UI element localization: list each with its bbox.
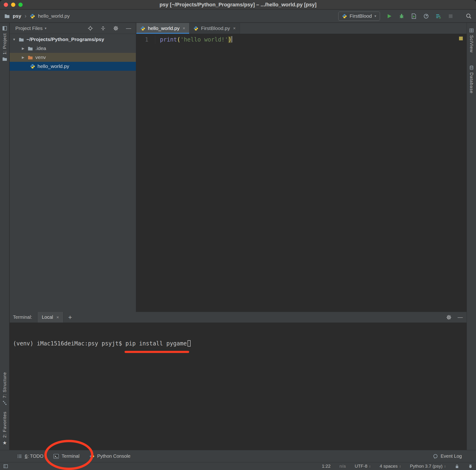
breadcrumb: psy › hello_world.py [4,13,69,19]
project-tool-window: Project Files ▾ — ▼ [10,23,136,312]
run-toolbar: FirstBlood ▾ [338,12,472,21]
project-tree: ▼ ~/Projects/Python_Programs/psy ▶ .idea… [10,34,136,71]
lock-icon[interactable] [455,464,459,469]
updown-icon: ↕ [399,464,401,468]
tree-item-hello-world-file[interactable]: hello_world.py [10,62,136,71]
event-log-icon [433,454,438,459]
hide-terminal-icon[interactable]: — [458,315,463,320]
hide-panel-icon[interactable]: — [126,26,131,31]
project-view-mode-label: Project Files [15,25,43,31]
event-log-label: Event Log [441,453,462,459]
expand-arrow-icon[interactable]: ▶ [21,55,25,59]
terminal-tool-window: Terminal: Local × + — (venv) iMac1516dei… [10,312,467,450]
gear-icon[interactable] [113,26,119,31]
expand-arrow-icon[interactable]: ▶ [21,47,25,50]
close-tab-icon[interactable]: × [183,26,185,31]
editor-tab-hello-world[interactable]: hello_world.py × [136,23,189,34]
terminal-panel-title: Terminal: [13,314,32,320]
run-button[interactable] [386,13,392,19]
favorites-toolwindow-stripe-button[interactable]: 2: Favorites ★ [0,412,9,446]
line-number: 1 [145,36,148,43]
event-log-toolwindow-button[interactable]: Event Log [433,453,462,459]
debug-bug-button[interactable] [399,13,405,19]
titlebar: psy [~/Projects/Python_Programs/psy] – .… [0,0,476,9]
python-icon [89,454,95,459]
terminal-icon [53,453,59,459]
database-icon [469,65,474,70]
structure-toolwindow-stripe-button[interactable]: 7: Structure [0,372,9,405]
code-token-string: 'hello world!' [180,36,228,43]
tree-item-venv-folder[interactable]: ▶ venv [10,53,136,62]
encoding-widget[interactable]: UTF-8↕ [355,464,371,469]
python-console-label: Python Console [97,453,130,459]
breadcrumb-project[interactable]: psy [13,13,21,19]
stop-button [448,13,454,19]
run-configuration-selector[interactable]: FirstBlood ▾ [338,12,380,21]
project-panel-toolbar: — [88,26,132,31]
code-token-close-paren: ) [228,36,231,43]
caret-position-widget[interactable]: 1:22 [322,464,330,469]
editor-tab-firstblood[interactable]: FirstBlood.py × [189,23,240,34]
excluded-folder-icon [28,55,33,60]
editor-tab-bar: hello_world.py × FirstBlood.py × [136,23,467,34]
close-tab-icon[interactable]: × [233,26,236,31]
code-line: print('hello world!') [155,35,232,44]
collapse-arrow-icon[interactable]: ▼ [12,37,16,41]
pycharm-window: psy [~/Projects/Python_Programs/psy] – .… [0,0,476,470]
collapse-all-icon[interactable] [101,26,106,31]
right-tool-strip: SciView Database [467,23,476,450]
annotation-underline [124,351,189,353]
editor-tab-label: hello_world.py [148,25,180,31]
minimize-window-button[interactable] [11,3,15,7]
breadcrumb-file[interactable]: hello_world.py [38,13,69,19]
concurrency-diagram-button[interactable] [435,13,441,19]
tree-item-label: ~/Projects/Python_Programs/psy [26,36,104,42]
project-stripe-label: 1: Project [2,33,7,54]
tree-item-project-root[interactable]: ▼ ~/Projects/Python_Programs/psy [10,35,136,44]
highlighting-level-widget[interactable]: n/a [340,464,346,469]
code-editor[interactable]: 1 print('hello world!') [136,34,467,44]
tool-window-bar: 6: TODO Terminal Python Console Event Lo… [0,450,476,462]
terminal-command: pip install pygame [125,340,187,347]
inspections-monitor-icon[interactable] [468,464,473,469]
terminal-toolwindow-button[interactable]: Terminal [53,453,80,459]
tree-item-idea-folder[interactable]: ▶ .idea [10,44,136,53]
editor-area: hello_world.py × FirstBlood.py × 1 print… [136,23,467,312]
locate-file-icon[interactable] [88,26,93,31]
run-with-coverage-button[interactable] [411,13,417,19]
folder-icon [19,37,24,42]
python-console-toolwindow-button[interactable]: Python Console [89,453,130,459]
toolwindow-toggle-icon[interactable] [3,464,8,469]
zoom-window-button[interactable] [18,3,23,7]
python-file-icon [30,64,35,69]
project-toolwindow-stripe-button[interactable]: 1: Project [0,26,9,61]
indent-widget[interactable]: 4 spaces↕ [380,464,401,469]
status-bar-widgets: 1:22 n/a UTF-8↕ 4 spaces↕ Python 3.7 (ps… [322,464,473,469]
window-controls [4,0,23,9]
terminal-prompt-line: (venv) iMac1516deiMac:psy psyjt$ pip ins… [13,340,467,347]
python-icon [342,14,347,19]
tree-item-label: hello_world.py [37,64,69,69]
updown-icon: ↕ [369,464,371,468]
database-toolwindow-stripe-button[interactable]: Database [467,65,476,93]
search-everywhere-icon[interactable] [466,13,472,19]
project-view-mode-selector[interactable]: Project Files ▾ [15,25,47,31]
terminal-header-toolbar: — [446,315,467,320]
terminal-tab-local[interactable]: Local × [37,312,64,323]
terminal-output[interactable]: (venv) iMac1516deiMac:psy psyjt$ pip ins… [10,323,467,360]
interpreter-widget[interactable]: Python 3.7 (psy)↕ [410,464,446,469]
chevron-down-icon: ▾ [374,14,376,18]
sciview-toolwindow-stripe-button[interactable]: SciView [467,28,476,52]
python-file-icon [140,26,145,31]
editor-gutter: 1 [136,35,155,44]
new-terminal-session-icon[interactable]: + [68,314,72,321]
python-file-icon [193,26,198,31]
todo-toolwindow-button[interactable]: 6: TODO [17,453,43,459]
close-window-button[interactable] [4,3,8,7]
gear-icon[interactable] [446,315,451,320]
terminal-prompt-prefix: (venv) iMac1516deiMac:psy psyjt$ [13,340,125,347]
profiler-button[interactable] [423,13,429,19]
window-title: psy [~/Projects/Python_Programs/psy] – .… [0,2,476,8]
close-terminal-tab-icon[interactable]: × [56,315,59,320]
folder-icon [28,46,33,51]
